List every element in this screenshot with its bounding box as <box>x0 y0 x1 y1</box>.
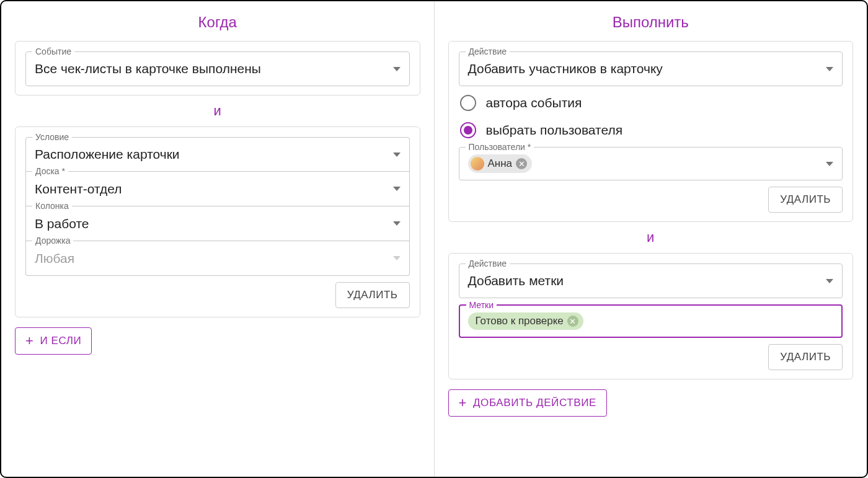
condition-value: Расположение карточки <box>35 147 393 162</box>
event-card: Событие Все чек-листы в карточке выполне… <box>15 41 420 95</box>
do-column: Выполнить Действие Добавить участников в… <box>435 1 867 477</box>
condition-stack: Условие Расположение карточки Доска * Ко… <box>25 137 410 276</box>
action2-label: Действие <box>466 259 510 268</box>
user-chip-label: Анна <box>488 157 513 170</box>
add-action-button[interactable]: + ДОБАВИТЬ ДЕЙСТВИЕ <box>448 389 607 417</box>
plus-icon: + <box>459 396 467 410</box>
chevron-down-icon <box>393 256 401 260</box>
chevron-down-icon <box>826 279 833 283</box>
radio-author[interactable]: автора события <box>459 92 843 113</box>
automation-builder: Когда Событие Все чек-листы в карточке в… <box>0 0 868 478</box>
add-condition-label: И ЕСЛИ <box>40 335 81 347</box>
chevron-down-icon <box>393 153 401 157</box>
radio-select-user[interactable]: выбрать пользователя <box>459 120 843 141</box>
board-label: Доска * <box>32 166 68 176</box>
board-select[interactable]: Доска * Контент-отдел <box>25 172 410 206</box>
when-column: Когда Событие Все чек-листы в карточке в… <box>1 1 435 477</box>
chevron-down-icon <box>393 221 401 226</box>
radio-author-label: автора события <box>486 95 582 110</box>
condition-select[interactable]: Условие Расположение карточки <box>25 137 410 172</box>
action1-label: Действие <box>466 46 510 56</box>
column-value: В работе <box>35 216 393 231</box>
tag-chip-label: Готово к проверке <box>476 315 564 327</box>
users-field[interactable]: Пользователи * Анна ✕ <box>459 147 843 180</box>
radio-select-user-label: выбрать пользователя <box>486 123 623 138</box>
chevron-down-icon <box>393 67 401 71</box>
chevron-down-icon <box>826 67 833 71</box>
lane-select[interactable]: Дорожка Любая <box>25 241 410 276</box>
tag-chip[interactable]: Готово к проверке ✕ <box>468 312 583 330</box>
delete-condition-button[interactable]: УДАЛИТЬ <box>335 282 410 308</box>
event-value: Все чек-листы в карточке выполнены <box>35 61 393 76</box>
action-card-2: Действие Добавить метки Метки Готово к п… <box>448 253 854 379</box>
column-label: Колонка <box>32 201 72 211</box>
action-card-1: Действие Добавить участников в карточку … <box>448 41 854 222</box>
condition-label: Условие <box>32 132 72 142</box>
user-chip[interactable]: Анна ✕ <box>468 154 533 173</box>
and-separator: и <box>15 103 420 119</box>
plus-icon: + <box>25 334 33 348</box>
event-select[interactable]: Событие Все чек-листы в карточке выполне… <box>25 51 410 86</box>
lane-label: Дорожка <box>32 236 73 246</box>
avatar-icon <box>471 157 484 170</box>
tags-field[interactable]: Метки Готово к проверке ✕ <box>459 304 843 338</box>
lane-placeholder: Любая <box>35 251 393 266</box>
condition-card: Условие Расположение карточки Доска * Ко… <box>15 126 420 317</box>
close-icon[interactable]: ✕ <box>567 316 578 327</box>
action2-select[interactable]: Действие Добавить метки <box>459 263 843 298</box>
chevron-down-icon <box>393 187 401 191</box>
tags-label: Метки <box>466 300 497 310</box>
action1-value: Добавить участников в карточку <box>468 61 826 76</box>
delete-action1-button[interactable]: УДАЛИТЬ <box>768 187 843 213</box>
add-condition-button[interactable]: + И ЕСЛИ <box>15 327 92 355</box>
chevron-down-icon <box>826 162 833 166</box>
do-title: Выполнить <box>448 14 854 31</box>
delete-action2-button[interactable]: УДАЛИТЬ <box>768 344 843 370</box>
column-select[interactable]: Колонка В работе <box>25 206 410 241</box>
add-action-label: ДОБАВИТЬ ДЕЙСТВИЕ <box>473 397 596 409</box>
and-separator: и <box>448 229 854 246</box>
action1-select[interactable]: Действие Добавить участников в карточку <box>459 51 843 86</box>
when-title: Когда <box>15 14 420 31</box>
users-label: Пользователи * <box>466 142 534 152</box>
event-label: Событие <box>32 46 74 56</box>
action2-value: Добавить метки <box>468 273 826 288</box>
board-value: Контент-отдел <box>35 182 393 197</box>
tags-chips: Готово к проверке ✕ <box>468 309 834 334</box>
close-icon[interactable]: ✕ <box>516 158 527 169</box>
users-chips: Анна ✕ <box>468 151 826 177</box>
radio-icon-checked <box>460 122 476 138</box>
radio-icon <box>460 95 476 111</box>
